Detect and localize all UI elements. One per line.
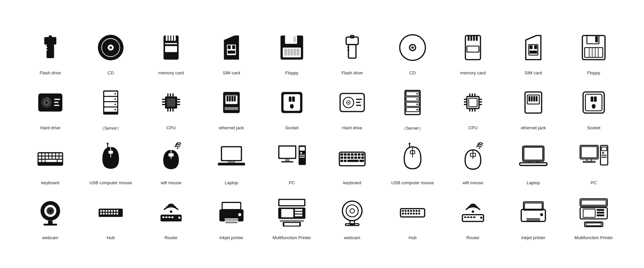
svg-point-111 <box>416 93 418 95</box>
icon-cell-r1-c3: ethernet jack <box>201 79 262 134</box>
svg-rect-22 <box>293 36 296 42</box>
svg-point-36 <box>411 46 414 49</box>
svg-point-68 <box>114 93 116 95</box>
svg-rect-120 <box>469 109 471 112</box>
flash-drive-label-filled: Flash drive <box>40 70 61 76</box>
icon-cell-r1-c8: ethernet jack <box>503 79 564 134</box>
svg-rect-123 <box>464 99 467 100</box>
svg-rect-103 <box>356 99 362 100</box>
svg-rect-50 <box>585 48 603 57</box>
svg-point-204 <box>479 147 480 149</box>
svg-point-264 <box>346 205 358 217</box>
icon-cell-r0-c8: SIM card <box>503 24 564 79</box>
svg-rect-76 <box>172 93 174 96</box>
svg-rect-168 <box>218 163 245 165</box>
svg-rect-61 <box>54 102 59 103</box>
hard-drive-icon-filled <box>30 82 70 123</box>
multifunction-printer-icon-filled <box>272 192 312 232</box>
svg-rect-271 <box>408 210 409 212</box>
svg-rect-272 <box>410 210 412 212</box>
svg-rect-152 <box>52 156 55 159</box>
svg-rect-269 <box>402 210 404 212</box>
svg-rect-32 <box>347 47 349 48</box>
svg-rect-154 <box>59 156 62 159</box>
memory-card-icon-filled <box>151 27 191 68</box>
wifi-mouse-label-filled: wifi mouse <box>161 180 181 186</box>
svg-rect-250 <box>225 220 238 221</box>
sim-card-icon-outline <box>513 27 553 68</box>
cd-label-outline: CD <box>410 70 416 76</box>
svg-rect-249 <box>225 218 238 220</box>
icon-cell-r3-c7: Router <box>443 189 503 244</box>
cd-icon-filled <box>91 27 131 68</box>
svg-rect-83 <box>177 99 180 100</box>
svg-rect-19 <box>228 51 235 54</box>
svg-rect-46 <box>530 51 537 54</box>
svg-rect-149 <box>42 156 45 159</box>
svg-rect-99 <box>340 93 364 112</box>
svg-rect-121 <box>472 109 473 112</box>
socket-label-filled: Socket <box>285 125 299 131</box>
svg-rect-0 <box>44 37 56 45</box>
floppy-label-filled: Floppy <box>285 70 298 76</box>
hub-label-outline: Hub <box>409 235 417 241</box>
memory-card-icon-outline <box>453 27 493 68</box>
svg-point-295 <box>540 213 543 216</box>
svg-rect-89 <box>229 96 231 102</box>
icon-cell-r2-c6: USB computer mouse <box>382 134 443 189</box>
multifunction-printer-label-filled: Multifunction Printer <box>273 235 311 241</box>
svg-point-69 <box>114 98 116 100</box>
svg-rect-235 <box>108 213 110 214</box>
cd-label-filled: CD <box>108 70 114 76</box>
inkjet-printer-label-outline: Inkjet printer <box>521 235 545 241</box>
icon-cell-r1-c9: Socket <box>564 79 624 134</box>
socket-icon-filled <box>272 82 312 123</box>
svg-point-112 <box>416 98 418 100</box>
svg-rect-81 <box>162 101 165 103</box>
icon-cell-r2-c0: keyboard <box>20 134 80 189</box>
svg-rect-122 <box>474 109 476 112</box>
svg-rect-231 <box>116 210 118 212</box>
svg-rect-288 <box>473 216 475 218</box>
svg-rect-62 <box>54 105 59 106</box>
cpu-label-outline: CPU <box>468 125 477 131</box>
pc-label-filled: PC <box>289 180 295 186</box>
router-icon-outline <box>453 192 493 232</box>
svg-rect-186 <box>361 153 364 156</box>
svg-rect-93 <box>225 107 238 110</box>
svg-rect-39 <box>470 36 472 41</box>
svg-rect-273 <box>413 210 415 212</box>
svg-rect-294 <box>527 220 540 221</box>
svg-rect-280 <box>413 213 415 214</box>
icon-cell-r0-c9: Floppy <box>564 24 624 79</box>
svg-rect-274 <box>416 210 417 212</box>
svg-rect-41 <box>476 36 478 41</box>
svg-rect-304 <box>586 223 601 226</box>
svg-rect-13 <box>174 36 176 41</box>
memory-card-label-filled: memory card <box>158 70 184 76</box>
svg-rect-141 <box>39 153 41 156</box>
pc-icon-outline <box>574 137 614 178</box>
svg-rect-194 <box>340 160 343 162</box>
svg-rect-277 <box>405 213 407 214</box>
svg-rect-206 <box>524 147 543 160</box>
cpu-icon-filled <box>151 82 191 123</box>
icon-cell-r3-c0: webcam <box>20 189 80 244</box>
svg-rect-15 <box>165 46 177 52</box>
svg-rect-214 <box>601 147 606 151</box>
floppy-label-outline: Floppy <box>587 70 600 76</box>
svg-rect-187 <box>340 156 343 159</box>
svg-rect-124 <box>464 101 467 103</box>
svg-rect-189 <box>347 156 350 159</box>
sim-card-label-outline: SIM card <box>525 70 542 76</box>
icon-cell-r1-c6: （Server） <box>382 79 443 134</box>
svg-rect-207 <box>520 163 547 165</box>
svg-rect-14 <box>165 43 177 45</box>
svg-rect-148 <box>39 156 41 159</box>
svg-rect-299 <box>583 209 595 217</box>
inkjet-printer-icon-filled <box>211 192 252 232</box>
svg-rect-116 <box>469 98 477 107</box>
svg-rect-285 <box>464 216 466 218</box>
icon-cell-r0-c1: CD <box>80 24 141 79</box>
svg-point-7 <box>109 46 112 49</box>
